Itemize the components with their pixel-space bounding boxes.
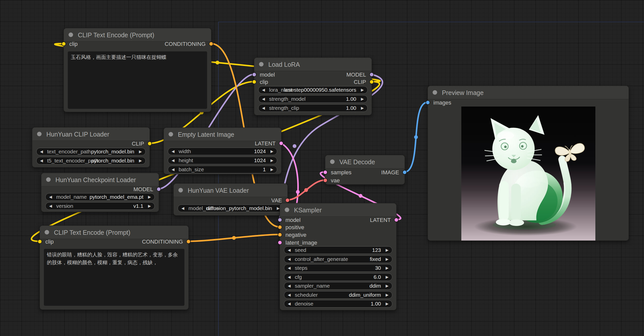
link-midpoint-dot[interactable] [296, 190, 300, 194]
collapse-dot-icon[interactable] [433, 90, 437, 95]
node-header[interactable]: KSampler [280, 203, 396, 217]
node-clip_text_encode_positive[interactable]: CLIP Text Encode (Prompt)clipCONDITIONIN… [63, 28, 211, 112]
node-preview_image[interactable]: Preview Imageimages [428, 86, 629, 241]
widget-decrement-arrow-icon[interactable]: ◀ [172, 158, 175, 163]
widget-decrement-arrow-icon[interactable]: ◀ [172, 167, 175, 172]
collapse-dot-icon[interactable] [45, 230, 49, 234]
ksampler-widget-control_after_generate[interactable]: ◀control_after_generatefixed▶ [284, 255, 392, 263]
node-header[interactable]: CLIP Text Encode (Prompt) [64, 28, 211, 42]
node-header[interactable]: Preview Image [428, 86, 629, 99]
ksampler-input-latent_image-port[interactable] [278, 240, 282, 245]
widget-decrement-arrow-icon[interactable]: ◀ [262, 106, 265, 111]
load_lora-input-model-port[interactable] [252, 72, 256, 77]
widget-increment-arrow-icon[interactable]: ▶ [270, 167, 273, 172]
node-clip_text_encode_negative[interactable]: CLIP Text Encode (Prompt)clipCONDITIONIN… [40, 225, 189, 310]
node-header[interactable]: HunYuan VAE Loader [174, 184, 287, 197]
node-vae_decode[interactable]: VAE DecodesamplesvaeIMAGE [325, 155, 405, 185]
clip_text_encode_positive-prompt-textarea[interactable]: 玉石风格，画面主要描述一只猫咪在捉蝴蝶 [68, 51, 207, 109]
link-midpoint-dot[interactable] [293, 144, 297, 148]
node-header[interactable]: HunYuan CLIP Loader [32, 127, 150, 141]
widget-increment-arrow-icon[interactable]: ▶ [361, 87, 364, 92]
empty_latent_image-widget-height[interactable]: ◀height1024▶ [168, 157, 277, 164]
widget-increment-arrow-icon[interactable]: ▶ [385, 257, 389, 262]
hunyuan_clip_loader-output-CLIP-port[interactable] [147, 141, 152, 146]
clip_text_encode_positive-output-CONDITIONING-port[interactable] [209, 42, 213, 46]
clip_text_encode_positive-input-clip-port[interactable] [61, 42, 66, 46]
ksampler-widget-seed[interactable]: ◀seed123▶ [284, 246, 392, 254]
widget-increment-arrow-icon[interactable]: ▶ [385, 265, 389, 271]
widget-increment-arrow-icon[interactable]: ▶ [139, 158, 142, 163]
widget-decrement-arrow-icon[interactable]: ◀ [288, 275, 291, 280]
node-graph-canvas[interactable]: CLIP Text Encode (Prompt)clipCONDITIONIN… [0, 0, 644, 336]
node-empty_latent_image[interactable]: Empty Latent ImageLATENT◀width1024▶◀heig… [164, 127, 281, 174]
link-midpoint-dot[interactable] [414, 135, 418, 139]
collapse-dot-icon[interactable] [37, 132, 42, 136]
ksampler-input-positive-port[interactable] [278, 225, 282, 229]
link-midpoint-dot[interactable] [232, 236, 236, 240]
widget-increment-arrow-icon[interactable]: ▶ [361, 106, 364, 111]
hunyuan_checkpoint_loader-widget-model_name[interactable]: ◀model_namepytorch_model_ema.pt▶ [45, 193, 155, 201]
vae_decode-input-vae-port[interactable] [323, 178, 328, 183]
node-header[interactable]: VAE Decode [325, 155, 405, 169]
hunyuan_clip_loader-widget-t5_text_encoder_path[interactable]: ◀t5_text_encoder_pathpytorch_model.bin▶ [36, 157, 146, 164]
load_lora-widget-strength_model[interactable]: ◀strength_model1.00▶ [258, 95, 368, 103]
clip_text_encode_negative-prompt-textarea[interactable]: 错误的眼睛，糟糕的人脸，毁容，糟糕的艺术，变形，多余的肢体，模糊的颜色，模糊，重… [44, 249, 184, 306]
widget-decrement-arrow-icon[interactable]: ◀ [288, 248, 291, 253]
clip_text_encode_negative-input-clip-port[interactable] [38, 239, 42, 244]
widget-increment-arrow-icon[interactable]: ▶ [385, 283, 389, 288]
collapse-dot-icon[interactable] [330, 159, 335, 164]
hunyuan_vae_loader-output-VAE-port[interactable] [285, 198, 290, 203]
empty_latent_image-output-LATENT-port[interactable] [279, 141, 283, 146]
preview_image-input-images-port[interactable] [426, 100, 430, 105]
widget-increment-arrow-icon[interactable]: ▶ [385, 275, 389, 280]
hunyuan_clip_loader-widget-text_encoder_path[interactable]: ◀text_encoder_pathpytorch_model.bin▶ [36, 148, 146, 155]
widget-decrement-arrow-icon[interactable]: ◀ [288, 292, 291, 297]
node-header[interactable]: HunYuan Checkpoint Loader [41, 173, 159, 186]
ksampler-widget-steps[interactable]: ◀steps30▶ [284, 264, 392, 272]
vae_decode-input-samples-port[interactable] [323, 170, 328, 175]
widget-increment-arrow-icon[interactable]: ▶ [148, 204, 151, 209]
widget-increment-arrow-icon[interactable]: ▶ [148, 194, 151, 199]
widget-increment-arrow-icon[interactable]: ▶ [139, 149, 142, 154]
widget-decrement-arrow-icon[interactable]: ◀ [288, 301, 291, 306]
collapse-dot-icon[interactable] [169, 132, 173, 137]
widget-decrement-arrow-icon[interactable]: ◀ [288, 283, 291, 288]
ksampler-output-LATENT-port[interactable] [394, 218, 399, 222]
widget-decrement-arrow-icon[interactable]: ◀ [40, 149, 43, 154]
node-header[interactable]: Empty Latent Image [164, 128, 281, 141]
ksampler-input-negative-port[interactable] [278, 232, 282, 237]
node-load_lora[interactable]: Load LoRAmodelclipMODELCLIP◀lora_namelas… [254, 57, 372, 115]
ksampler-input-model-port[interactable] [278, 218, 282, 222]
widget-decrement-arrow-icon[interactable]: ◀ [288, 257, 291, 262]
node-header[interactable]: Load LoRA [254, 58, 372, 71]
widget-decrement-arrow-icon[interactable]: ◀ [40, 158, 43, 163]
load_lora-widget-lora_name[interactable]: ◀lora_namelast-step00000950.safetensors▶ [258, 86, 368, 94]
node-ksampler[interactable]: KSamplermodelpositivenegativelatent_imag… [280, 203, 397, 310]
hunyuan_checkpoint_loader-widget-version[interactable]: ◀versionv1.1▶ [45, 202, 155, 210]
widget-increment-arrow-icon[interactable]: ▶ [277, 206, 280, 211]
widget-decrement-arrow-icon[interactable]: ◀ [49, 204, 52, 209]
widget-increment-arrow-icon[interactable]: ▶ [361, 96, 364, 102]
load_lora-output-CLIP-port[interactable] [369, 80, 374, 84]
ksampler-widget-denoise[interactable]: ◀denoise1.00▶ [284, 300, 392, 308]
hunyuan_vae_loader-widget-model_name[interactable]: ◀model_namediffusion_pytorch_model.bin▶ [178, 205, 283, 212]
empty_latent_image-widget-batch_size[interactable]: ◀batch_size1▶ [168, 166, 277, 173]
node-hunyuan_vae_loader[interactable]: HunYuan VAE LoaderVAE◀model_namediffusio… [173, 183, 288, 216]
empty_latent_image-widget-width[interactable]: ◀width1024▶ [168, 148, 277, 155]
vae_decode-output-IMAGE-port[interactable] [402, 170, 407, 175]
collapse-dot-icon[interactable] [69, 32, 73, 37]
ksampler-widget-scheduler[interactable]: ◀schedulerddim_uniform▶ [284, 291, 392, 299]
widget-decrement-arrow-icon[interactable]: ◀ [172, 149, 175, 154]
collapse-dot-icon[interactable] [285, 208, 289, 212]
link-midpoint-dot[interactable] [216, 61, 219, 64]
clip_text_encode_negative-output-CONDITIONING-port[interactable] [186, 239, 191, 244]
node-hunyuan_clip_loader[interactable]: HunYuan CLIP LoaderCLIP◀text_encoder_pat… [32, 127, 150, 167]
widget-increment-arrow-icon[interactable]: ▶ [270, 149, 273, 154]
ksampler-widget-cfg[interactable]: ◀cfg6.0▶ [284, 273, 392, 281]
widget-decrement-arrow-icon[interactable]: ◀ [49, 194, 52, 199]
widget-increment-arrow-icon[interactable]: ▶ [385, 248, 389, 253]
widget-increment-arrow-icon[interactable]: ▶ [385, 292, 389, 297]
node-header[interactable]: CLIP Text Encode (Prompt) [40, 226, 188, 239]
collapse-dot-icon[interactable] [46, 177, 51, 182]
widget-increment-arrow-icon[interactable]: ▶ [270, 158, 273, 163]
